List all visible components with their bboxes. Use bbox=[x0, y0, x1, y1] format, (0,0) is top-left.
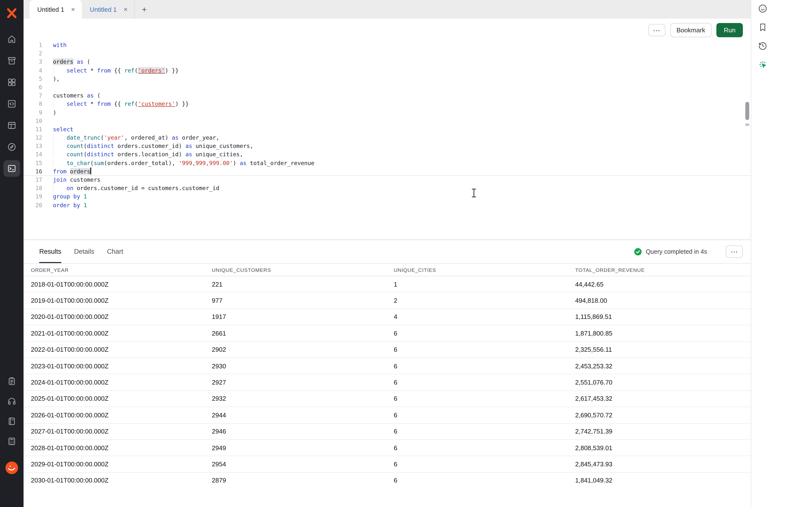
tab-results[interactable]: Results bbox=[39, 240, 61, 263]
table-row[interactable]: 2021-01-01T00:00:00.000Z266161,871,800.8… bbox=[23, 325, 751, 342]
editor-line-12[interactable]: 12 date_trunc('year', ordered_at) as ord… bbox=[23, 134, 751, 142]
column-header-total-order-revenue[interactable]: TOTAL_ORDER_REVENUE bbox=[575, 267, 751, 273]
table-cell: 2,551,076.70 bbox=[575, 379, 751, 386]
clipboard-icon[interactable] bbox=[3, 373, 20, 389]
home-icon[interactable] bbox=[3, 31, 20, 48]
close-icon[interactable]: × bbox=[70, 5, 76, 14]
column-header-order-year[interactable]: ORDER_YEAR bbox=[31, 267, 212, 273]
cursor-select-icon[interactable] bbox=[755, 57, 770, 71]
table-row[interactable]: 2026-01-01T00:00:00.000Z294462,690,570.7… bbox=[23, 407, 751, 424]
table-cell: 6 bbox=[394, 346, 575, 353]
support-headphones-icon[interactable] bbox=[3, 393, 20, 409]
editor-line-9[interactable]: 9) bbox=[23, 109, 751, 117]
table-cell: 2 bbox=[394, 297, 575, 304]
table-row[interactable]: 2030-01-01T00:00:00.000Z287961,841,049.3… bbox=[23, 472, 751, 484]
table-cell: 2902 bbox=[212, 346, 394, 353]
editor-line-20[interactable]: 20order by 1 bbox=[23, 201, 751, 210]
line-number: 13 bbox=[23, 142, 53, 151]
tab-chart[interactable]: Chart bbox=[107, 240, 123, 263]
table-cell: 6 bbox=[394, 411, 575, 419]
table-cell: 2,453,253.32 bbox=[575, 362, 751, 370]
app-logo-icon[interactable] bbox=[4, 6, 19, 20]
table-cell: 2028-01-01T00:00:00.000Z bbox=[31, 444, 212, 451]
editor-line-14[interactable]: 14 count(distinct orders.location_id) as… bbox=[23, 151, 751, 159]
close-icon[interactable]: × bbox=[122, 5, 129, 14]
editor-line-11[interactable]: 11select bbox=[23, 125, 751, 134]
line-number: 18 bbox=[23, 184, 53, 192]
table-cell: 6 bbox=[394, 330, 575, 337]
results-panel: Results Details Chart Query completed in… bbox=[23, 239, 751, 507]
editor-line-5[interactable]: 5), bbox=[23, 75, 751, 83]
editor-line-16[interactable]: 16from orders bbox=[23, 168, 751, 176]
editor-line-10[interactable]: 10 bbox=[23, 117, 751, 125]
code-text bbox=[53, 117, 751, 125]
bookmark-button[interactable]: Bookmark bbox=[670, 23, 711, 37]
table-row[interactable]: 2022-01-01T00:00:00.000Z290262,325,556.1… bbox=[23, 342, 751, 358]
editor-line-2[interactable]: 2 bbox=[23, 50, 751, 58]
code-text: from orders bbox=[53, 168, 751, 176]
table-row[interactable]: 2028-01-01T00:00:00.000Z294962,808,539.0… bbox=[23, 440, 751, 456]
tab-untitled-2[interactable]: Untitled 1 × bbox=[82, 0, 135, 19]
table-row[interactable]: 2025-01-01T00:00:00.000Z293262,617,453.3… bbox=[23, 391, 751, 407]
table-cell: 2,325,556.11 bbox=[575, 346, 751, 353]
table-row[interactable]: 2019-01-01T00:00:00.000Z9772494,818.00 bbox=[23, 293, 751, 309]
editor-line-8[interactable]: 8 select * from {{ ref('customers') }} bbox=[23, 100, 751, 109]
app-window: Untitled 1 × Untitled 1 × + ⋯ Bookmark R… bbox=[0, 0, 812, 507]
code-text bbox=[53, 83, 751, 92]
bookmarks-icon[interactable] bbox=[755, 19, 770, 34]
column-header-unique-cities[interactable]: UNIQUE_CITIES bbox=[394, 267, 575, 273]
explore-compass-icon[interactable] bbox=[3, 138, 20, 155]
tab-details[interactable]: Details bbox=[74, 240, 94, 263]
code-text: join customers bbox=[53, 176, 751, 184]
table-row[interactable]: 2027-01-01T00:00:00.000Z294662,742,751.3… bbox=[23, 424, 751, 440]
line-number: 17 bbox=[23, 176, 53, 184]
copilot-icon[interactable] bbox=[755, 1, 770, 16]
editor-scrollbar-thumb[interactable] bbox=[745, 102, 749, 120]
code-text: ), bbox=[53, 75, 751, 83]
sql-editor[interactable]: 1with23orders as (4 select * from {{ ref… bbox=[23, 41, 751, 239]
line-number: 16 bbox=[23, 168, 53, 176]
editor-line-6[interactable]: 6 bbox=[23, 83, 751, 92]
workspace-window-icon[interactable] bbox=[3, 117, 20, 134]
calculator-icon[interactable] bbox=[3, 433, 20, 450]
editor-line-19[interactable]: 19group by 1 bbox=[23, 193, 751, 201]
user-avatar-icon[interactable] bbox=[3, 459, 20, 476]
line-number: 1 bbox=[23, 41, 53, 50]
editor-line-15[interactable]: 15 to_char(sum(orders.order_total), '999… bbox=[23, 159, 751, 167]
table-cell: 1,871,800.85 bbox=[575, 330, 751, 337]
table-header: ORDER_YEAR UNIQUE_CUSTOMERS UNIQUE_CITIE… bbox=[23, 264, 751, 276]
docs-book-icon[interactable] bbox=[3, 413, 20, 430]
code-text: customers as ( bbox=[53, 92, 751, 100]
tab-untitled-1[interactable]: Untitled 1 × bbox=[30, 0, 82, 19]
table-cell: 494,818.00 bbox=[575, 297, 751, 304]
editor-line-4[interactable]: 4 select * from {{ ref('orders') }} bbox=[23, 66, 751, 75]
editor-line-13[interactable]: 13 count(distinct orders.customer_id) as… bbox=[23, 142, 751, 151]
results-more-button[interactable]: ⋯ bbox=[726, 245, 743, 258]
line-number: 20 bbox=[23, 201, 53, 210]
code-editor-icon[interactable] bbox=[3, 96, 20, 112]
column-header-unique-customers[interactable]: UNIQUE_CUSTOMERS bbox=[212, 267, 394, 273]
table-row[interactable]: 2029-01-01T00:00:00.000Z295462,845,473.9… bbox=[23, 456, 751, 473]
table-row[interactable]: 2018-01-01T00:00:00.000Z221144,442.65 bbox=[23, 276, 751, 293]
editor-line-3[interactable]: 3orders as ( bbox=[23, 58, 751, 66]
table-row[interactable]: 2020-01-01T00:00:00.000Z191741,115,869.5… bbox=[23, 309, 751, 326]
table-cell: 1,115,869.51 bbox=[575, 313, 751, 321]
add-tab-button[interactable]: + bbox=[135, 5, 153, 13]
editor-line-1[interactable]: 1with bbox=[23, 41, 751, 50]
editor-line-18[interactable]: 18 on orders.customer_id = customers.cus… bbox=[23, 184, 751, 192]
code-text: select * from {{ ref('customers') }} bbox=[53, 100, 751, 109]
table-cell: 1 bbox=[394, 280, 575, 288]
apps-grid-icon[interactable] bbox=[3, 74, 20, 91]
history-clock-icon[interactable] bbox=[755, 38, 770, 53]
terminal-editor-icon[interactable] bbox=[3, 160, 20, 177]
editor-line-17[interactable]: 17join customers bbox=[23, 176, 751, 184]
code-text: with bbox=[53, 41, 751, 50]
table-row[interactable]: 2023-01-01T00:00:00.000Z293062,453,253.3… bbox=[23, 358, 751, 375]
run-button[interactable]: Run bbox=[716, 23, 743, 37]
more-options-button[interactable]: ⋯ bbox=[648, 24, 665, 36]
stack-icon[interactable] bbox=[3, 52, 20, 69]
table-cell: 6 bbox=[394, 444, 575, 451]
editor-line-7[interactable]: 7customers as ( bbox=[23, 92, 751, 100]
table-cell: 2,808,539.01 bbox=[575, 444, 751, 451]
table-row[interactable]: 2024-01-01T00:00:00.000Z292762,551,076.7… bbox=[23, 375, 751, 391]
